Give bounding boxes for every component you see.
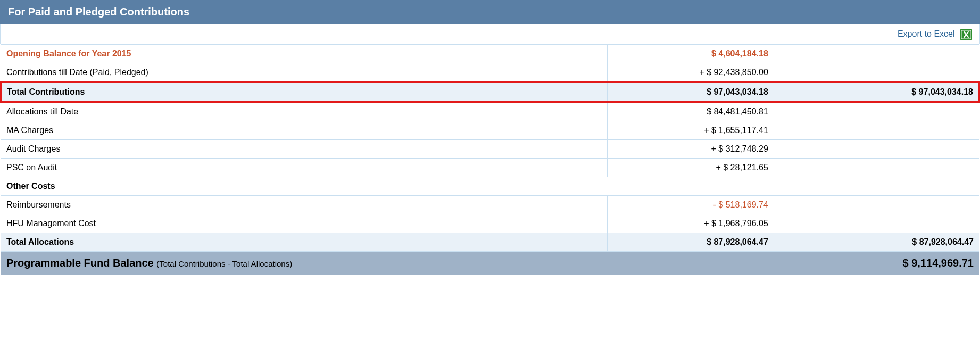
empty-cell [774,140,979,159]
audit-charges-row: Audit Charges + $ 312,748.29 [1,140,979,159]
export-bar: Export to Excel [0,24,980,44]
reimbursements-row: Reimbursements - $ 518,169.74 [1,196,979,214]
reimbursements-value: - $ 518,169.74 [608,196,774,214]
contributions-till-date-label: Contributions till Date (Paid, Pledged) [1,63,608,82]
opening-balance-value: $ 4,604,184.18 [608,45,774,63]
empty-cell [774,196,979,214]
panel-title: For Paid and Pledged Contributions [0,0,980,24]
empty-cell [774,159,979,177]
contributions-panel: For Paid and Pledged Contributions Expor… [0,0,980,275]
ma-charges-row: MA Charges + $ 1,655,117.41 [1,121,979,140]
empty-cell [774,102,979,121]
contributions-till-date-row: Contributions till Date (Paid, Pledged) … [1,63,979,82]
ma-charges-value: + $ 1,655,117.41 [608,121,774,140]
total-allocations-value1: $ 87,928,064.47 [608,233,774,252]
other-costs-header-row: Other Costs [1,177,979,196]
excel-icon [960,29,972,40]
audit-charges-label: Audit Charges [1,140,608,159]
total-contributions-row: Total Contributions $ 97,043,034.18 $ 97… [1,82,979,102]
hfu-mgmt-cost-value: + $ 1,968,796.05 [608,214,774,233]
reimbursements-label: Reimbursements [1,196,608,214]
empty-cell [774,214,979,233]
total-contributions-label: Total Contributions [1,82,608,102]
total-allocations-value2: $ 87,928,064.47 [774,233,979,252]
programmable-fund-balance-label-cell: Programmable Fund Balance (Total Contrib… [1,252,774,275]
opening-balance-row: Opening Balance for Year 2015 $ 4,604,18… [1,45,979,63]
psc-on-audit-label: PSC on Audit [1,159,608,177]
allocations-till-date-row: Allocations till Date $ 84,481,450.81 [1,102,979,121]
total-allocations-label: Total Allocations [1,233,608,252]
export-to-excel-link[interactable]: Export to Excel [898,29,972,38]
audit-charges-value: + $ 312,748.29 [608,140,774,159]
total-contributions-value1: $ 97,043,034.18 [608,82,774,102]
export-label: Export to Excel [898,29,955,38]
hfu-mgmt-cost-row: HFU Management Cost + $ 1,968,796.05 [1,214,979,233]
programmable-fund-balance-value: $ 9,114,969.71 [774,252,979,275]
psc-on-audit-row: PSC on Audit + $ 28,121.65 [1,159,979,177]
contributions-table: Opening Balance for Year 2015 $ 4,604,18… [0,44,980,275]
contributions-till-date-value: + $ 92,438,850.00 [608,63,774,82]
programmable-fund-balance-sub: (Total Contributions - Total Allocations… [156,259,292,268]
total-allocations-row: Total Allocations $ 87,928,064.47 $ 87,9… [1,233,979,252]
allocations-till-date-value: $ 84,481,450.81 [608,102,774,121]
ma-charges-label: MA Charges [1,121,608,140]
empty-cell [774,45,979,63]
hfu-mgmt-cost-label: HFU Management Cost [1,214,608,233]
programmable-fund-balance-row: Programmable Fund Balance (Total Contrib… [1,252,979,275]
other-costs-label: Other Costs [1,177,979,196]
programmable-fund-balance-label: Programmable Fund Balance [6,257,154,269]
allocations-till-date-label: Allocations till Date [1,102,608,121]
empty-cell [774,63,979,82]
empty-cell [774,121,979,140]
opening-balance-label: Opening Balance for Year 2015 [1,45,608,63]
psc-on-audit-value: + $ 28,121.65 [608,159,774,177]
total-contributions-value2: $ 97,043,034.18 [774,82,979,102]
